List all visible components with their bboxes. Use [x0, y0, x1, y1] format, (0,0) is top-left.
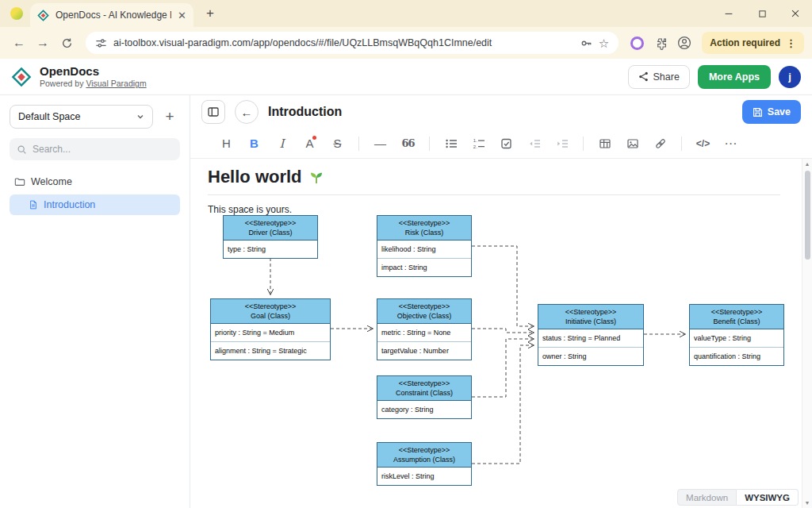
browser-profile-icon[interactable]	[10, 7, 23, 20]
extensions-puzzle-icon[interactable]	[649, 32, 672, 54]
window-controls	[712, 0, 812, 27]
close-window-button[interactable]	[779, 0, 812, 27]
tab-title: OpenDocs - AI Knowledge Base	[56, 10, 171, 21]
editor-canvas[interactable]: Hello world This space is yours.	[190, 159, 812, 508]
search-input[interactable]	[33, 144, 173, 155]
browser-tab-strip: OpenDocs - AI Knowledge Base ✕ +	[0, 0, 812, 27]
code-button[interactable]: </>	[689, 132, 717, 156]
share-button[interactable]: Share	[628, 65, 690, 89]
uml-class-driver[interactable]: <<Stereotype>>Driver (Class) type : Stri…	[223, 215, 318, 259]
toggle-sidebar-button[interactable]	[201, 100, 225, 124]
table-button[interactable]	[591, 132, 619, 156]
reload-icon[interactable]	[56, 32, 78, 54]
stereotype-label: <<Stereotype>>	[379, 445, 469, 455]
link-button[interactable]	[646, 132, 674, 156]
stereotype-label: <<Stereotype>>	[691, 307, 782, 317]
bullet-list-button[interactable]	[437, 132, 465, 156]
uml-class-goal[interactable]: <<Stereotype>>Goal (Class) priority : St…	[210, 298, 331, 360]
passwords-key-icon[interactable]	[580, 37, 592, 49]
uml-class-assumption[interactable]: <<Stereotype>>Assumption (Class) riskLev…	[377, 442, 472, 486]
action-required-badge[interactable]: Action required ⋮	[702, 32, 804, 54]
site-settings-icon[interactable]	[95, 37, 107, 49]
sidebar: Default Space + Welcome	[0, 95, 190, 508]
indent-button[interactable]	[548, 132, 576, 156]
search-icon	[17, 144, 27, 155]
search-box[interactable]	[10, 138, 180, 160]
edge-constraint-initiative	[472, 339, 534, 397]
maximize-button[interactable]	[745, 0, 779, 27]
heading-button[interactable]: H	[213, 132, 240, 156]
class-attribute: owner : String	[538, 347, 643, 365]
sidebar-item-introduction[interactable]: Introduction	[10, 194, 180, 215]
class-name: Assumption (Class)	[379, 455, 469, 464]
toolbar-more-button[interactable]: …	[717, 132, 745, 156]
scrollbar-thumb[interactable]	[805, 171, 810, 260]
outdent-button[interactable]	[520, 132, 548, 156]
minimize-button[interactable]	[712, 0, 745, 27]
browser-window: OpenDocs - AI Knowledge Base ✕ + ← → ai-…	[0, 0, 812, 508]
format-toolbar: H B I A S — 66 1.2.	[190, 129, 812, 159]
svg-text:2.: 2.	[473, 144, 477, 148]
stereotype-label: <<Stereotype>>	[379, 218, 469, 228]
edge-risk-initiative	[472, 246, 534, 326]
class-attribute: metric : String = None	[377, 324, 471, 341]
url-text[interactable]: ai-toolbox.visual-paradigm.com/app/opend…	[113, 37, 574, 48]
new-tab-button[interactable]: +	[200, 3, 220, 24]
browser-tab[interactable]: OpenDocs - AI Knowledge Base ✕	[30, 3, 193, 27]
space-selector-value: Default Space	[18, 111, 81, 122]
badge-menu-icon[interactable]: ⋮	[786, 37, 796, 49]
browser-profile-avatar-icon[interactable]	[673, 32, 695, 54]
more-apps-button[interactable]: More Apps	[698, 65, 771, 89]
class-attribute: alignment : String = Strategic	[211, 341, 330, 360]
toolbar-separator	[583, 137, 584, 151]
extension-avatar-icon[interactable]	[630, 37, 644, 50]
uml-class-benefit[interactable]: <<Stereotype>>Benefit (Class) valueType …	[689, 304, 784, 366]
uml-diagram[interactable]: <<Stereotype>>Driver (Class) type : Stri…	[190, 159, 812, 508]
user-avatar[interactable]: j	[779, 66, 801, 88]
scroll-up-icon[interactable]: ▲	[805, 159, 810, 169]
quote-button[interactable]: 66	[394, 132, 422, 156]
save-button[interactable]: Save	[742, 100, 801, 124]
image-button[interactable]	[619, 132, 646, 156]
uml-class-objective[interactable]: <<Stereotype>>Objective (Class) metric :…	[377, 298, 472, 360]
strikethrough-button[interactable]: S	[324, 132, 351, 156]
editor-scrollbar[interactable]: ▲ ▼	[802, 159, 812, 508]
visual-paradigm-link[interactable]: Visual Paradigm	[86, 79, 146, 88]
text-color-button[interactable]: A	[296, 132, 324, 156]
bookmark-star-icon[interactable]: ☆	[599, 37, 609, 49]
stereotype-label: <<Stereotype>>	[379, 379, 469, 388]
doc-title: Introduction	[268, 105, 342, 119]
class-name: Initiative (Class)	[540, 317, 642, 326]
uml-class-risk[interactable]: <<Stereotype>>Risk (Class) likelihood : …	[377, 215, 472, 277]
markdown-mode-button[interactable]: Markdown	[677, 489, 737, 506]
task-list-button[interactable]	[492, 132, 520, 156]
back-button[interactable]: ←	[235, 100, 259, 124]
italic-button[interactable]: I	[268, 132, 296, 156]
doc-label: Introduction	[44, 199, 95, 210]
class-attribute: targetValue : Number	[377, 341, 471, 360]
class-attribute: type : String	[224, 241, 317, 258]
scroll-down-icon[interactable]: ▼	[805, 498, 810, 508]
class-attribute: status : String = Planned	[538, 329, 643, 347]
forward-icon[interactable]: →	[32, 32, 54, 54]
class-attribute: likelihood : String	[377, 241, 471, 258]
uml-class-initiative[interactable]: <<Stereotype>>Initiative (Class) status …	[538, 304, 644, 366]
horizontal-rule-button[interactable]: —	[366, 132, 394, 156]
doc-header: ← Introduction Save	[190, 95, 812, 129]
app-header: OpenDocs Powered by Visual Paradigm Shar…	[0, 59, 812, 95]
space-selector[interactable]: Default Space	[10, 105, 153, 129]
uml-class-constraint[interactable]: <<Stereotype>>Constraint (Class) categor…	[377, 375, 472, 419]
stereotype-label: <<Stereotype>>	[213, 302, 328, 311]
sidebar-item-welcome[interactable]: Welcome	[10, 171, 180, 192]
add-space-button[interactable]: +	[159, 106, 180, 127]
browser-navbar: ← → ai-toolbox.visual-paradigm.com/app/o…	[0, 27, 812, 59]
url-bar[interactable]: ai-toolbox.visual-paradigm.com/app/opend…	[86, 32, 619, 54]
class-name: Constraint (Class)	[379, 388, 469, 398]
class-name: Benefit (Class)	[691, 317, 782, 326]
wysiwyg-mode-button[interactable]: WYSIWYG	[737, 489, 799, 506]
back-icon[interactable]: ←	[8, 32, 30, 54]
stereotype-label: <<Stereotype>>	[379, 302, 469, 311]
numbered-list-button[interactable]: 1.2.	[465, 132, 492, 156]
tab-close-icon[interactable]: ✕	[178, 10, 186, 21]
bold-button[interactable]: B	[240, 132, 268, 156]
